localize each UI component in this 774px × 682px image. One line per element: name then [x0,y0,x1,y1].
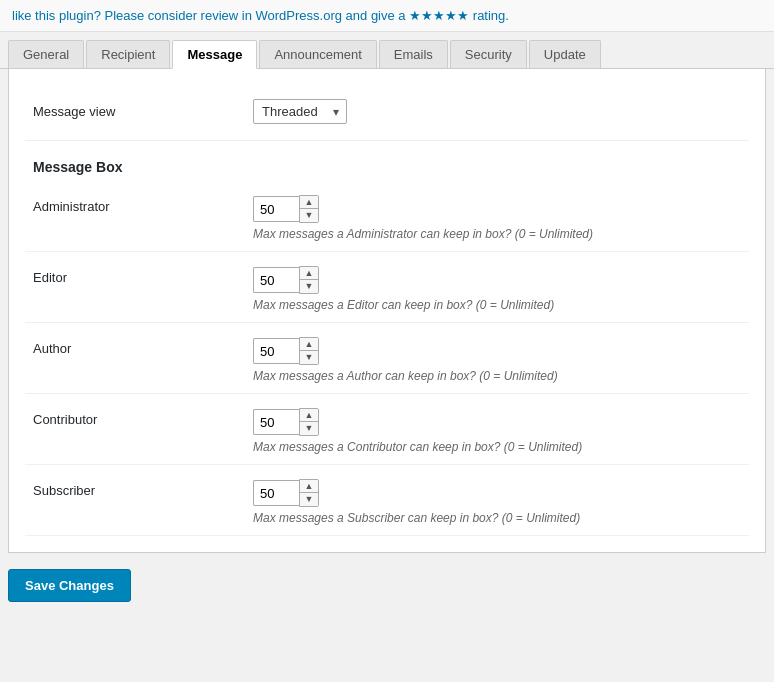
tab-bar: GeneralRecipientMessageAnnouncementEmail… [0,32,774,69]
tab-recipient[interactable]: Recipient [86,40,170,68]
role-label-editor: Editor [33,266,253,285]
top-notice: like this plugin? Please consider review… [0,0,774,32]
notice-link[interactable]: like this plugin? Please consider review… [12,8,509,23]
save-changes-button[interactable]: Save Changes [8,569,131,602]
spinner-up-author[interactable]: ▲ [300,338,318,351]
role-rows-container: Administrator▲▼Max messages a Administra… [25,181,749,536]
spinner-up-editor[interactable]: ▲ [300,267,318,280]
spinner-down-contributor[interactable]: ▼ [300,422,318,435]
role-row-contributor: Contributor▲▼Max messages a Contributor … [25,394,749,465]
spinner-input-subscriber[interactable] [253,480,299,506]
role-label-contributor: Contributor [33,408,253,427]
role-row-administrator: Administrator▲▼Max messages a Administra… [25,181,749,252]
role-hint-contributor: Max messages a Contributor can keep in b… [253,440,582,454]
spinner-input-editor[interactable] [253,267,299,293]
spinner-down-editor[interactable]: ▼ [300,280,318,293]
message-view-select[interactable]: ThreadedFlat [253,99,347,124]
role-row-author: Author▲▼Max messages a Author can keep i… [25,323,749,394]
role-hint-subscriber: Max messages a Subscriber can keep in bo… [253,511,580,525]
spinner-up-administrator[interactable]: ▲ [300,196,318,209]
role-hint-administrator: Max messages a Administrator can keep in… [253,227,593,241]
spinner-up-subscriber[interactable]: ▲ [300,480,318,493]
spinner-down-author[interactable]: ▼ [300,351,318,364]
role-row-editor: Editor▲▼Max messages a Editor can keep i… [25,252,749,323]
message-view-label: Message view [33,104,253,119]
message-box-heading: Message Box [25,145,749,181]
spinner-input-author[interactable] [253,338,299,364]
role-hint-editor: Max messages a Editor can keep in box? (… [253,298,554,312]
spinner-down-subscriber[interactable]: ▼ [300,493,318,506]
tab-update[interactable]: Update [529,40,601,68]
settings-content: Message view ThreadedFlat Message Box Ad… [8,69,766,553]
tab-message[interactable]: Message [172,40,257,69]
spinner-input-contributor[interactable] [253,409,299,435]
spinner-input-administrator[interactable] [253,196,299,222]
message-view-select-wrap[interactable]: ThreadedFlat [253,99,347,124]
role-row-subscriber: Subscriber▲▼Max messages a Subscriber ca… [25,465,749,536]
tab-emails[interactable]: Emails [379,40,448,68]
tab-security[interactable]: Security [450,40,527,68]
role-label-subscriber: Subscriber [33,479,253,498]
role-hint-author: Max messages a Author can keep in box? (… [253,369,558,383]
spinner-down-administrator[interactable]: ▼ [300,209,318,222]
spinner-up-contributor[interactable]: ▲ [300,409,318,422]
role-label-author: Author [33,337,253,356]
role-label-administrator: Administrator [33,195,253,214]
tab-general[interactable]: General [8,40,84,68]
message-view-row: Message view ThreadedFlat [25,89,749,141]
tab-announcement[interactable]: Announcement [259,40,376,68]
